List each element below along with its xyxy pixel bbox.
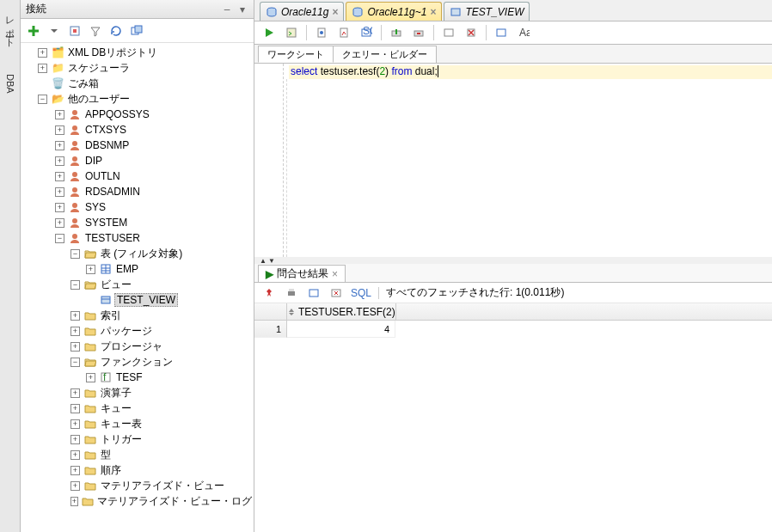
file-tab[interactable]: Oracle11g× [260,2,344,21]
tree-node-operators[interactable]: +演算子 [21,385,254,401]
sql-link[interactable]: SQL [351,287,371,299]
expand-icon[interactable]: + [55,218,64,228]
user-icon [68,107,82,121]
connection-tree[interactable]: +🗂️XML DBリポジトリ +📁スケジューラ 🗑️ごみ箱 −📂他のユーザー +… [21,43,254,532]
file-tab[interactable]: Oracle11g~1× [346,2,442,21]
unshared-icon[interactable] [439,23,458,42]
tree-node-user[interactable]: +SYSTEM [21,215,254,230]
tree-node-tesf[interactable]: +fTESF [21,370,254,385]
cancel-icon[interactable] [328,285,344,301]
tree-node-user[interactable]: +OUTLN [21,168,254,184]
folder-icon: 📁 [51,61,64,75]
expand-icon[interactable]: + [55,187,64,197]
expand-icon[interactable]: + [55,141,64,150]
expand-icon[interactable]: + [55,203,64,212]
close-icon[interactable]: × [332,6,338,18]
tab-query-builder[interactable]: クエリー・ビルダー [333,46,437,63]
collapse-icon[interactable]: − [38,95,47,104]
sql-history-icon[interactable] [492,23,511,42]
folder-icon [83,339,97,353]
tree-node-sequences[interactable]: +順序 [21,462,254,478]
tree-node-mviews[interactable]: +マテリアライズド・ビュー [21,478,254,493]
tab-worksheet[interactable]: ワークシート [258,46,334,63]
editor-gutter [254,64,284,257]
tree-node-packages[interactable]: +パッケージ [21,323,254,339]
vtab-reports[interactable]: レポート [2,7,18,46]
autotrace-icon[interactable] [334,23,353,42]
tree-node-user[interactable]: +APPQOSSYS [21,107,254,122]
close-icon[interactable]: × [430,6,436,18]
tree-node-tables[interactable]: −表 (フィルタ対象) [21,246,254,261]
collapse-icon[interactable] [67,23,83,39]
sql-icon[interactable]: SQL [357,23,376,42]
refresh-icon[interactable] [108,23,124,39]
sort-icon [287,308,296,316]
tree-node-trash[interactable]: 🗑️ごみ箱 [21,76,254,91]
run-script-icon[interactable] [282,23,301,42]
tree-node-scheduler[interactable]: +📁スケジューラ [21,60,254,76]
windows-icon[interactable] [129,23,144,39]
tree-node-user[interactable]: +DBSNMP [21,138,254,153]
tree-node-emp[interactable]: +EMP [21,261,254,277]
tree-node-user[interactable]: +RDSADMIN [21,184,254,199]
folder-icon [83,432,97,446]
tree-node-queues[interactable]: +キュー [21,401,254,416]
svg-point-4 [72,110,77,115]
expand-icon[interactable]: + [55,172,64,181]
rollback-icon[interactable] [409,23,428,42]
sql-editor[interactable]: select testuser.tesf(2) from dual; [254,64,772,257]
tree-node-types[interactable]: +型 [21,447,254,462]
folder-open-icon [83,247,97,260]
svg-rect-19 [451,9,460,15]
tree-node-views[interactable]: −ビュー [21,277,254,292]
tree-node-user[interactable]: +DIP [21,153,254,168]
folder-icon [83,479,97,492]
splitter[interactable]: ▲▼ [254,257,772,264]
print-icon[interactable] [284,285,299,301]
uppercase-icon[interactable]: Aa [514,23,533,42]
run-icon[interactable] [260,23,279,42]
expand-icon[interactable]: + [38,48,47,58]
folder-icon [83,463,97,477]
tree-node-user[interactable]: +SYS [21,199,254,215]
minimize-icon[interactable]: – [221,3,233,15]
tree-node-functions[interactable]: −ファンクション [21,354,254,370]
tab-query-result[interactable]: ▶ 問合せ結果 × [258,265,346,282]
tree-node-indexes[interactable]: +索引 [21,308,254,323]
folder-open-icon: 📂 [51,92,64,106]
tree-node-procedures[interactable]: +プロシージャ [21,339,254,354]
commit-icon[interactable] [387,23,406,42]
tree-node-user[interactable]: −TESTUSER [21,230,254,246]
folder-icon [83,386,97,400]
dropdown-icon[interactable]: ▾ [236,3,248,15]
result-toolbar: SQL すべてのフェッチされた行: 1(0.011秒) [254,283,772,303]
tree-node-queue_tables[interactable]: +キュー表 [21,416,254,431]
tree-node-user[interactable]: +CTXSYS [21,122,254,138]
table-row[interactable]: 1 4 [254,321,772,338]
tree-node-other-users[interactable]: −📂他のユーザー [21,91,254,107]
filter-icon[interactable] [88,23,103,39]
expand-icon[interactable]: + [55,156,64,166]
tree-node-testview[interactable]: TEST_VIEW [21,292,254,308]
chevron-down-icon[interactable] [46,23,62,39]
file-tab[interactable]: TEST_VIEW [444,2,530,21]
tree-node-mview_logs[interactable]: +マテリアライズド・ビュー・ログ [21,493,254,509]
vtab-dba[interactable]: DBA [3,70,17,97]
result-grid[interactable]: TESTUSER.TESF(2) 1 4 [254,303,772,532]
tree-node-triggers[interactable]: +トリガー [21,431,254,447]
expand-icon[interactable]: + [55,125,64,135]
collapse-icon[interactable]: − [55,234,64,243]
tree-node-xmlrepo[interactable]: +🗂️XML DBリポジトリ [21,45,254,60]
close-icon[interactable]: × [332,268,338,280]
sql-line[interactable]: select testuser.tesf(2) from dual; [289,65,772,79]
user-icon [68,185,82,199]
export-icon[interactable] [306,285,322,301]
expand-icon[interactable]: + [55,110,64,119]
expand-icon[interactable]: + [38,64,47,73]
new-connection-icon[interactable] [26,23,41,39]
column-header[interactable]: TESTUSER.TESF(2) [287,303,396,320]
clear-icon[interactable] [462,23,481,42]
explain-icon[interactable] [312,23,331,42]
user-icon [68,154,82,168]
pin-icon[interactable] [261,285,277,301]
